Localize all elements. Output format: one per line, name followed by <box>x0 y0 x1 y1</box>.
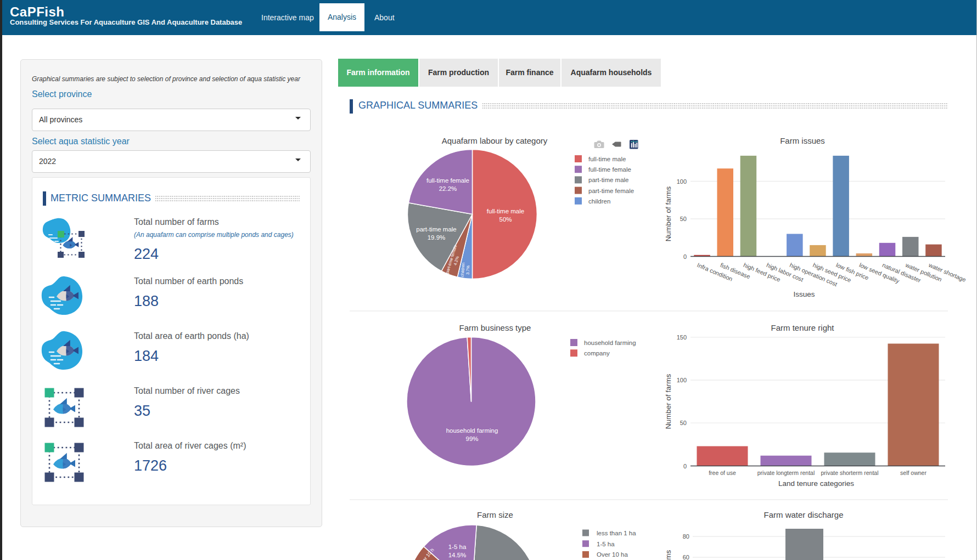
svg-text:Land tenure categories: Land tenure categories <box>778 479 854 488</box>
svg-text:household farming: household farming <box>584 340 636 346</box>
svg-text:50: 50 <box>680 216 687 222</box>
svg-text:14.5%: 14.5% <box>448 552 467 558</box>
svg-text:0: 0 <box>683 253 687 260</box>
svg-text:Number of farms: Number of farms <box>664 550 672 560</box>
svg-text:100: 100 <box>677 377 687 383</box>
svg-text:1-5 ha: 1-5 ha <box>448 544 467 550</box>
svg-text:Farm issues: Farm issues <box>780 136 825 145</box>
svg-text:Over 10 ha: Over 10 ha <box>597 551 628 558</box>
svg-text:1-5 ha: 1-5 ha <box>597 541 615 547</box>
svg-text:Farm size: Farm size <box>477 510 513 519</box>
svg-text:80: 80 <box>683 533 689 540</box>
svg-text:19.9%: 19.9% <box>428 234 446 241</box>
svg-text:full-time female: full-time female <box>588 166 631 173</box>
svg-text:full-time female: full-time female <box>426 177 469 184</box>
svg-text:3.7%: 3.7% <box>465 265 470 275</box>
svg-text:100: 100 <box>677 178 687 185</box>
svg-text:150: 150 <box>677 334 687 341</box>
svg-text:Aquafarm labour by category: Aquafarm labour by category <box>442 136 548 145</box>
svg-text:less than 1 ha: less than 1 ha <box>597 530 636 536</box>
svg-text:private shorterm rental: private shorterm rental <box>821 470 878 476</box>
svg-text:Farm water discharge: Farm water discharge <box>763 510 843 519</box>
svg-text:part-time male: part-time male <box>588 177 629 183</box>
svg-text:full-time male: full-time male <box>588 156 626 162</box>
svg-text:private longterm rental: private longterm rental <box>757 470 815 476</box>
svg-text:self owner: self owner <box>900 470 927 476</box>
svg-text:Number of farms: Number of farms <box>664 374 672 429</box>
svg-text:22.2%: 22.2% <box>439 185 457 192</box>
svg-text:60: 60 <box>683 554 689 560</box>
svg-text:Number of farms: Number of farms <box>664 186 672 241</box>
svg-text:Farm business type: Farm business type <box>459 323 531 332</box>
svg-text:50: 50 <box>680 420 687 426</box>
svg-text:free of use: free of use <box>709 470 736 476</box>
svg-text:Farm tenure right: Farm tenure right <box>771 323 834 332</box>
svg-text:children: children <box>588 198 610 205</box>
svg-text:part-time male: part-time male <box>416 226 457 233</box>
svg-text:full-time male: full-time male <box>487 208 524 214</box>
svg-text:part-time female: part-time female <box>588 188 634 194</box>
svg-text:company: company <box>584 350 610 357</box>
svg-text:50%: 50% <box>499 216 512 223</box>
svg-text:Issues: Issues <box>793 290 815 298</box>
svg-text:99%: 99% <box>465 435 478 442</box>
svg-text:0: 0 <box>683 463 687 470</box>
svg-text:household farming: household farming <box>446 427 498 434</box>
